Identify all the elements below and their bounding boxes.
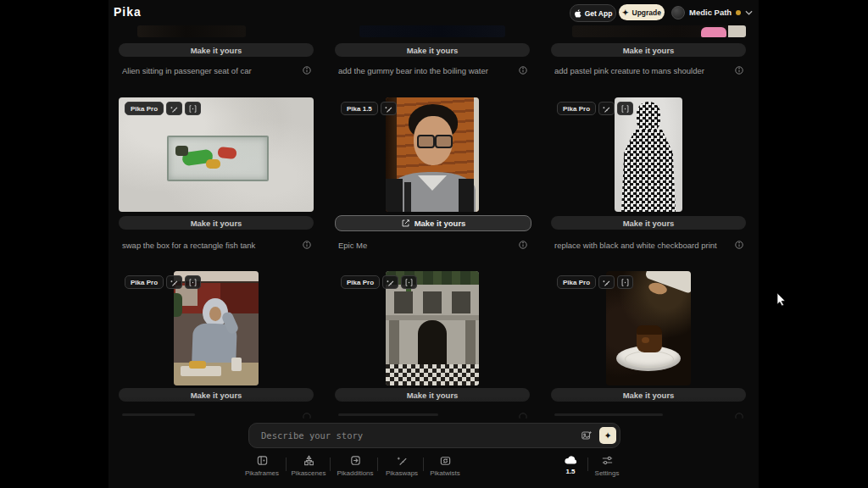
caption-partial bbox=[122, 413, 195, 416]
nav-pikatwists[interactable]: Pikatwists bbox=[420, 454, 470, 477]
metadata-icon[interactable] bbox=[401, 275, 417, 289]
card-caption: swap the box for a rectangle fish tank bbox=[122, 241, 255, 250]
wand-icon[interactable] bbox=[166, 275, 182, 289]
make-it-yours-button[interactable]: Make it yours bbox=[119, 388, 314, 402]
info-icon[interactable] bbox=[518, 65, 528, 75]
model-badge: Pika Pro bbox=[557, 275, 596, 289]
make-it-yours-label: Make it yours bbox=[407, 391, 459, 400]
make-it-yours-label: Make it yours bbox=[191, 391, 242, 400]
metadata-icon[interactable] bbox=[617, 275, 633, 289]
info-icon[interactable] bbox=[302, 65, 312, 75]
nav-label: Pikaswaps bbox=[386, 469, 418, 477]
make-it-yours-label: Make it yours bbox=[623, 391, 675, 400]
cloud-icon bbox=[564, 454, 578, 465]
card-caption: add the gummy bear into the boiling wate… bbox=[338, 66, 488, 75]
generate-button[interactable]: ✦ bbox=[599, 427, 616, 444]
art-plant bbox=[174, 293, 182, 317]
art-checker-floor bbox=[386, 364, 479, 385]
info-icon[interactable] bbox=[518, 412, 528, 419]
make-it-yours-button[interactable]: Make it yours bbox=[551, 43, 746, 57]
wand-icon[interactable] bbox=[382, 275, 398, 289]
avatar bbox=[671, 6, 685, 19]
metadata-icon[interactable] bbox=[617, 102, 633, 115]
status-dot bbox=[736, 10, 741, 15]
video-thumbnail-gummy-bear[interactable] bbox=[359, 25, 505, 37]
art-gummy-yellow bbox=[206, 159, 220, 169]
story-input[interactable] bbox=[249, 430, 581, 441]
art-pink-creature bbox=[701, 27, 726, 37]
art-window-2 bbox=[423, 291, 442, 313]
art-cup bbox=[231, 358, 242, 371]
info-icon[interactable] bbox=[734, 240, 744, 250]
make-it-yours-label: Make it yours bbox=[407, 46, 459, 55]
account-menu[interactable]: Medic Path bbox=[671, 4, 753, 20]
video-thumbnail-epic-me[interactable] bbox=[386, 97, 479, 212]
make-it-yours-button[interactable]: Make it yours bbox=[335, 388, 530, 402]
model-badge: Pika Pro bbox=[125, 275, 164, 289]
edit-icon bbox=[401, 219, 410, 228]
nav-pikascenes[interactable]: Pikascenes bbox=[283, 454, 334, 477]
make-it-yours-label: Make it yours bbox=[191, 219, 242, 228]
pikascenes-icon bbox=[303, 454, 315, 467]
nav-pikaframes[interactable]: Pikaframes bbox=[236, 454, 287, 477]
video-thumbnail-alien-car[interactable] bbox=[137, 25, 246, 37]
art-glasses-left bbox=[417, 135, 435, 148]
card-caption: Alien sitting in passenger seat of car bbox=[122, 66, 252, 75]
make-it-yours-button-hovered[interactable]: Make it yours bbox=[335, 215, 531, 231]
chevron-down-icon bbox=[745, 10, 753, 15]
model-badge: Pika Pro bbox=[341, 275, 380, 289]
nav-label: Pikadditions bbox=[337, 469, 373, 477]
make-it-yours-label: Make it yours bbox=[623, 219, 675, 228]
mouse-cursor bbox=[776, 292, 787, 307]
art-pillar-left bbox=[389, 320, 399, 364]
info-icon[interactable] bbox=[302, 240, 312, 250]
info-icon[interactable] bbox=[518, 240, 528, 250]
upgrade-button[interactable]: ✦ Upgrade bbox=[619, 4, 665, 20]
add-image-icon[interactable] bbox=[581, 430, 593, 441]
get-app-button[interactable]: Get App bbox=[570, 4, 616, 22]
card-caption: replace with black and white checkboard … bbox=[554, 241, 717, 250]
art-light-patch bbox=[728, 25, 746, 37]
wand-icon[interactable] bbox=[598, 102, 615, 115]
sparkle-icon: ✦ bbox=[622, 8, 629, 17]
card-caption: Epic Me bbox=[338, 241, 367, 250]
art-gummy-red bbox=[217, 147, 236, 159]
wand-icon[interactable] bbox=[166, 102, 182, 115]
wand-icon[interactable] bbox=[381, 102, 397, 115]
art-pillar-right bbox=[465, 320, 476, 364]
art-dessert-crust bbox=[637, 325, 662, 335]
make-it-yours-button[interactable]: Make it yours bbox=[551, 388, 746, 402]
info-icon[interactable] bbox=[734, 412, 744, 419]
video-thumbnail-pink-creature[interactable] bbox=[572, 25, 746, 37]
nav-pikadditions[interactable]: Pikadditions bbox=[330, 454, 381, 477]
make-it-yours-button[interactable]: Make it yours bbox=[119, 216, 314, 230]
art-strap bbox=[404, 182, 411, 212]
nav-label: Settings bbox=[595, 469, 620, 477]
pika-logo[interactable]: Pika bbox=[114, 5, 142, 19]
make-it-yours-button[interactable]: Make it yours bbox=[551, 216, 746, 230]
nav-label: 1.5 bbox=[565, 468, 575, 475]
info-icon[interactable] bbox=[302, 412, 312, 419]
model-badge: Pika Pro bbox=[125, 102, 164, 115]
nav-settings[interactable]: Settings bbox=[581, 454, 632, 477]
art-window-3 bbox=[452, 291, 470, 313]
art-jacket-right bbox=[459, 179, 474, 212]
art-window-1 bbox=[394, 291, 413, 313]
art-dessert-highlight bbox=[642, 337, 649, 343]
info-icon[interactable] bbox=[734, 65, 744, 75]
make-it-yours-button[interactable]: Make it yours bbox=[335, 43, 530, 57]
make-it-yours-button[interactable]: Make it yours bbox=[119, 43, 314, 57]
art-checker-head bbox=[637, 102, 660, 131]
settings-sliders-icon bbox=[601, 454, 614, 467]
wand-icon[interactable] bbox=[598, 275, 615, 289]
metadata-icon[interactable] bbox=[185, 275, 201, 289]
caption-partial bbox=[338, 413, 438, 416]
art-gummy-dark bbox=[175, 146, 188, 156]
pikatwists-icon bbox=[439, 454, 452, 467]
pikadditions-icon bbox=[349, 454, 362, 467]
nav-label: Pikaframes bbox=[245, 469, 279, 477]
pika-app-window: Pika Get App ✦ Upgrade Medic Path Make i… bbox=[108, 0, 759, 488]
metadata-icon[interactable] bbox=[185, 102, 201, 115]
apple-icon bbox=[574, 9, 581, 18]
pikaswaps-icon bbox=[396, 454, 409, 467]
